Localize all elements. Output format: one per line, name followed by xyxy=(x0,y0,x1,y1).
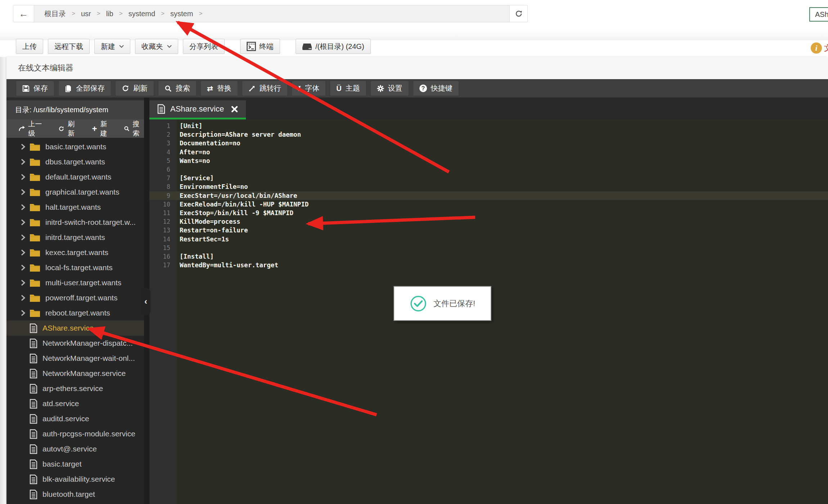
up-level-button[interactable]: 上一级 xyxy=(19,119,45,138)
new-button[interactable]: 新建 xyxy=(94,39,130,54)
chevron-right-icon xyxy=(21,174,25,180)
plus-icon: + xyxy=(92,124,97,133)
tree-refresh-button[interactable]: 刷新 xyxy=(58,119,79,138)
chevron-right-icon xyxy=(21,204,25,210)
tree-item[interactable]: NetworkManager.service xyxy=(6,366,144,381)
tree-item-label: kexec.target.wants xyxy=(45,248,108,257)
settings-button[interactable]: 设置 xyxy=(370,81,409,96)
tree-item[interactable]: halt.target.wants xyxy=(6,200,144,215)
tree-item[interactable]: multi-user.target.wants xyxy=(6,275,144,290)
shortcuts-button[interactable]: ? 快捷键 xyxy=(413,81,459,96)
tree-item[interactable]: arp-ethers.service xyxy=(6,381,144,396)
refresh-button[interactable]: 刷新 xyxy=(115,81,154,96)
tree-item-label: auth-rpcgss-module.service xyxy=(42,430,135,438)
save-button[interactable]: 保存 xyxy=(16,81,54,96)
tree-item[interactable]: basic.target xyxy=(6,457,144,472)
line-number: 7 xyxy=(149,174,176,182)
breadcrumb-item[interactable]: systemd xyxy=(129,10,155,18)
font-button[interactable]: I 字体 xyxy=(292,81,326,96)
upload-button[interactable]: 上传 xyxy=(16,39,43,54)
favorites-button[interactable]: 收藏夹 xyxy=(135,39,178,54)
code-text: EnvironmentFile=no xyxy=(176,183,248,190)
breadcrumb-separator-icon: > xyxy=(161,10,165,17)
tree-item[interactable]: NetworkManager-dispatc... xyxy=(6,336,144,351)
theme-button[interactable]: Ü 主题 xyxy=(330,81,366,96)
close-tab-icon[interactable] xyxy=(231,106,238,113)
code-line: 16 [Install] xyxy=(149,252,828,261)
file-icon xyxy=(30,369,37,378)
dialog-message: 文件已保存! xyxy=(433,298,475,309)
tree-item[interactable]: graphical.target.wants xyxy=(6,185,144,200)
file-manager-toolbar: 上传 远程下载 新建 收藏夹 分享列表 终端 xyxy=(0,39,828,57)
tree-item[interactable]: dbus.target.wants xyxy=(6,154,144,169)
info-icon[interactable]: i xyxy=(811,42,822,54)
editor-title: 在线文本编辑器 xyxy=(18,63,73,73)
code-text: RestartSec=1s xyxy=(176,236,229,243)
tree-item-label: AShare.service xyxy=(42,324,94,332)
tree-item-label: multi-user.target.wants xyxy=(45,278,121,287)
tree-toolbar: 上一级 刷新 + 新建 xyxy=(6,119,144,138)
disk-root-button[interactable]: /(根目录) (24G) xyxy=(296,39,371,54)
tree-item[interactable]: AShare.service xyxy=(6,321,144,336)
goto-line-button[interactable]: 跳转行 xyxy=(242,81,288,96)
breadcrumb-item[interactable]: usr xyxy=(81,10,91,18)
tree-new-button[interactable]: + 新建 xyxy=(92,119,111,138)
tree-item[interactable]: autovt@.service xyxy=(6,441,144,457)
refresh-icon xyxy=(514,9,523,18)
breadcrumb-item[interactable]: system xyxy=(170,10,193,18)
tree-item[interactable]: kexec.target.wants xyxy=(6,245,144,260)
search-button[interactable]: 搜索 xyxy=(158,81,197,96)
tree-item[interactable]: NetworkManager-wait-onl... xyxy=(6,351,144,366)
tree-item[interactable]: reboot.target.wants xyxy=(6,305,144,321)
line-number: 10 xyxy=(149,201,176,208)
tree-item[interactable]: basic.target.wants xyxy=(6,139,144,154)
save-all-button[interactable]: 全部保存 xyxy=(58,81,111,96)
remote-download-button[interactable]: 远程下载 xyxy=(48,39,90,54)
breadcrumb-item[interactable]: 根目录 xyxy=(44,9,66,19)
tree-item-label: reboot.target.wants xyxy=(45,309,110,317)
share-list-button[interactable]: 分享列表 xyxy=(183,39,225,54)
tree-item[interactable]: auditd.service xyxy=(6,411,144,426)
terminal-button[interactable]: 终端 xyxy=(240,39,280,54)
file-icon xyxy=(30,399,37,409)
tree-item[interactable]: default.target.wants xyxy=(6,169,144,185)
file-icon xyxy=(30,459,37,469)
back-button[interactable]: ← xyxy=(13,5,34,22)
tree-item[interactable]: local-fs.target.wants xyxy=(6,260,144,275)
breadcrumb-item[interactable]: lib xyxy=(106,10,113,18)
file-icon xyxy=(30,323,37,333)
tab-title: AShare.service xyxy=(170,104,224,114)
file-tree-panel: 目录: /usr/lib/systemd/system 上一级 xyxy=(6,97,144,504)
tree-item[interactable]: bluetooth.target xyxy=(6,487,144,502)
theme-icon: Ü xyxy=(336,85,341,92)
line-number: 4 xyxy=(149,149,176,156)
collapse-sidebar-handle[interactable]: ‹ xyxy=(141,288,150,315)
folder-icon xyxy=(30,248,40,257)
replace-button[interactable]: ⇄ 替换 xyxy=(201,81,238,96)
tree-item[interactable]: poweroff.target.wants xyxy=(6,290,144,305)
tab-ashare-service[interactable]: AShare.service xyxy=(149,100,246,119)
tree-item[interactable]: initrd-switch-root.target.w... xyxy=(6,215,144,230)
folder-icon xyxy=(30,309,40,318)
chevron-right-icon xyxy=(21,264,25,271)
code-text: Restart=on-failure xyxy=(176,227,248,234)
search-icon xyxy=(165,85,172,92)
tree-item[interactable]: blk-availability.service xyxy=(6,472,144,487)
file-icon xyxy=(30,444,37,454)
tree-item[interactable]: atd.service xyxy=(6,396,144,411)
tree-search-button[interactable]: 搜索 xyxy=(124,119,144,138)
top-navigation-bar: ← 根目录 > usr > lib > xyxy=(0,0,828,40)
code-text: Documentation=no xyxy=(176,140,240,147)
filename-input[interactable] xyxy=(809,7,828,22)
chevron-right-icon xyxy=(21,189,25,195)
code-text: [Install] xyxy=(176,253,214,260)
chevron-down-icon xyxy=(119,45,124,48)
tree-item-label: basic.target xyxy=(42,460,82,468)
refresh-path-button[interactable] xyxy=(509,5,527,22)
breadcrumb-separator-icon: > xyxy=(119,10,123,17)
breadcrumb: 根目录 > usr > lib > systemd xyxy=(34,5,509,22)
tree-item[interactable]: auth-rpcgss-module.service xyxy=(6,426,144,441)
code-text: Description=AShare server daemon xyxy=(176,131,301,138)
tree-item[interactable]: initrd.target.wants xyxy=(6,230,144,245)
code-text: After=no xyxy=(176,149,210,156)
